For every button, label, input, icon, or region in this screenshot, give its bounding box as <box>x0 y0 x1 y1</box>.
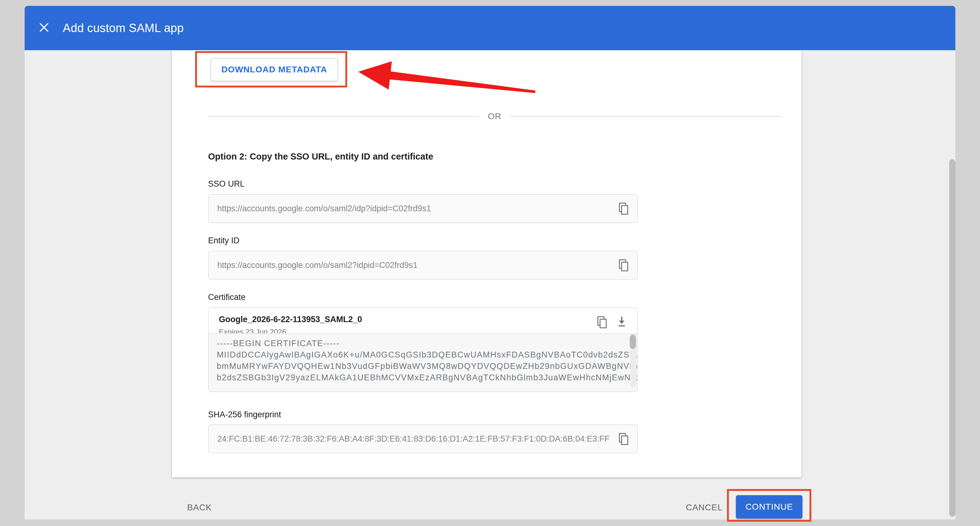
entity-id-label: Entity ID <box>208 236 239 245</box>
option2-heading: Option 2: Copy the SSO URL, entity ID an… <box>208 151 433 162</box>
sso-url-field: https://accounts.google.com/o/saml2/idp?… <box>208 194 638 223</box>
download-icon[interactable] <box>616 316 627 328</box>
close-button[interactable] <box>39 23 49 33</box>
download-metadata-button[interactable]: DOWNLOAD METADATA <box>210 58 338 81</box>
entity-id-field: https://accounts.google.com/o/saml2?idpi… <box>208 251 638 280</box>
certificate-scrollbar-thumb[interactable] <box>630 335 636 349</box>
cancel-button[interactable]: CANCEL <box>684 499 724 515</box>
sha256-value: 24:FC:B1:BE:46:72:78:3B:32:F6:AB:A4:8F:3… <box>217 434 609 444</box>
dialog-title: Add custom SAML app <box>63 22 184 35</box>
dialog-header: Add custom SAML app <box>25 6 955 50</box>
certificate-scrollbar-track[interactable] <box>630 334 636 387</box>
copy-icon[interactable] <box>619 433 628 445</box>
sso-url-value: https://accounts.google.com/o/saml2/idp?… <box>217 204 431 214</box>
certificate-line: b2dsZSBGb3IgV29yazELMAkGA1UEBhMCVVMxEzAR… <box>217 372 616 383</box>
copy-icon[interactable] <box>619 202 628 215</box>
close-icon <box>39 22 49 34</box>
certificate-label: Certificate <box>208 293 246 302</box>
copy-icon[interactable] <box>619 259 628 271</box>
page-scrollbar-thumb[interactable] <box>949 159 955 517</box>
certificate-body: -----BEGIN CERTIFICATE----- MIIDdDCCAlyg… <box>209 333 637 391</box>
screen: Add custom SAML app DOWNLOAD METADATA OR… <box>0 0 980 526</box>
certificate-card: Google_2026-6-22-113953_SAML2_0 Expires … <box>208 308 638 392</box>
sha256-label: SHA-256 fingerprint <box>208 410 281 419</box>
certificate-line: bmMuMRYwFAYDVQQHEw1Nb3VudGFpbiBWaWV3MQ8w… <box>217 360 616 372</box>
continue-button[interactable]: CONTINUE <box>736 495 802 519</box>
certificate-line: -----BEGIN CERTIFICATE----- <box>217 338 616 349</box>
copy-icon[interactable] <box>597 316 607 328</box>
divider-line-right <box>510 116 781 117</box>
sso-url-label: SSO URL <box>208 179 245 189</box>
entity-id-value: https://accounts.google.com/o/saml2?idpi… <box>217 261 418 270</box>
or-divider: OR <box>208 112 781 121</box>
divider-line-left <box>208 116 479 117</box>
sha256-field: 24:FC:B1:BE:46:72:78:3B:32:F6:AB:A4:8F:3… <box>208 424 638 453</box>
certificate-line: MIIDdDCCAlygAwIBAgIGAXo6K+u/MA0GCSqGSIb3… <box>217 349 616 360</box>
back-button[interactable]: BACK <box>184 499 215 515</box>
or-label: OR <box>488 112 501 121</box>
certificate-name: Google_2026-6-22-113953_SAML2_0 <box>219 315 362 324</box>
